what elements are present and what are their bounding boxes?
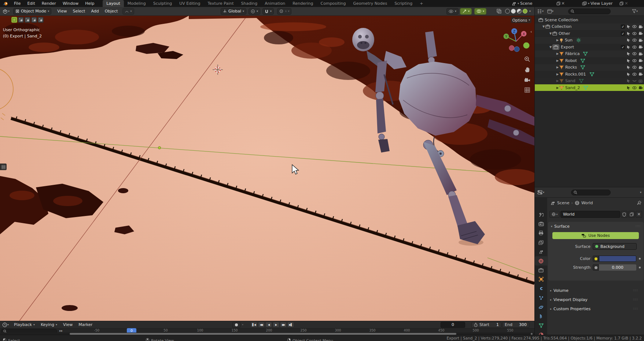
outliner-search-input[interactable] (568, 8, 611, 14)
color-socket-icon[interactable] (593, 256, 599, 262)
editor-type-icon[interactable]: ▾ (0, 9, 12, 14)
outliner-type-icon[interactable]: ▾ (535, 9, 546, 14)
outliner-row-scene-collection[interactable]: Scene Collection (535, 16, 644, 23)
tab-compositing[interactable]: Compositing (317, 0, 350, 7)
hide-eye-closed-icon[interactable] (632, 79, 637, 82)
disclosure-closed-icon[interactable]: ▶ (556, 79, 559, 82)
restrict-select-icon[interactable] (627, 38, 630, 42)
viewport-menu-select[interactable]: Select (70, 9, 88, 14)
viewport-menu-add[interactable]: Add (88, 9, 102, 14)
hide-eye-icon[interactable] (632, 52, 637, 55)
outliner-row-robot[interactable]: ▶Robot (535, 57, 644, 64)
remove-view-layer-icon[interactable]: ✕ (625, 1, 628, 6)
panel-volume[interactable]: ▸Volume∷∷ (550, 287, 642, 294)
select-mode-extend[interactable] (18, 17, 24, 23)
collection-checkbox[interactable]: ✓ (621, 32, 625, 36)
hide-eye-icon[interactable] (632, 66, 637, 69)
properties-tab-modifiers[interactable] (535, 284, 547, 293)
toolbar-grid-icon[interactable] (0, 164, 7, 170)
restrict-select-icon[interactable] (627, 72, 630, 76)
select-mode-invert[interactable] (31, 17, 37, 23)
hide-eye-icon[interactable] (632, 86, 637, 89)
current-frame-field[interactable]: 0 (441, 322, 465, 328)
display-mode-icon[interactable]: ▾ (546, 9, 555, 14)
viewport-menu-object[interactable]: Object (102, 9, 121, 14)
world-name-field[interactable]: World (560, 211, 620, 218)
menu-window[interactable]: Window (59, 0, 82, 7)
panel-grip-icon[interactable]: ∷∷ (633, 298, 638, 301)
menu-edit[interactable]: Edit (24, 0, 38, 7)
view-layer-selector[interactable]: ▾ View Layer ✕ (582, 1, 628, 7)
properties-type-icon[interactable]: ▾ (535, 190, 547, 195)
panel-custom-properties[interactable]: ▸Custom Properties∷∷ (550, 305, 642, 312)
restrict-render-icon[interactable] (639, 32, 643, 35)
options-dropdown[interactable]: Options▾ (511, 17, 531, 23)
scene-selector[interactable]: ▾ Scene ✕ (511, 1, 565, 7)
outliner-row-rocks[interactable]: ▶Rocks (535, 64, 644, 71)
camera-view-icon[interactable] (523, 76, 531, 84)
navigation-gizmo[interactable]: Z X Y (500, 23, 535, 58)
timeline-menu-playback[interactable]: Playback▾ (11, 322, 38, 327)
snap-toggle[interactable]: ▾ (262, 8, 274, 15)
strength-socket-icon[interactable] (593, 264, 599, 271)
color-swatch[interactable] (599, 256, 636, 262)
fake-user-shield-icon[interactable] (621, 211, 628, 218)
disclosure-closed-icon[interactable]: ▶ (556, 73, 559, 76)
restrict-render-icon[interactable] (639, 38, 643, 42)
hide-eye-icon[interactable] (632, 45, 637, 49)
disclosure-closed-icon[interactable]: ▶ (556, 59, 559, 62)
properties-tab-particles[interactable] (535, 293, 547, 302)
auto-keying-record-icon[interactable] (232, 322, 240, 328)
outliner-row-export[interactable]: ▼Export✓ (535, 44, 644, 50)
filter-funnel-icon[interactable]: ▾ (632, 9, 638, 13)
hide-eye-icon[interactable] (632, 25, 637, 28)
proportional-editing-toggle[interactable]: ∧ ▾ (277, 8, 291, 15)
tab-texture-paint[interactable]: Texture Paint (204, 0, 238, 7)
properties-tab-physics[interactable] (535, 302, 547, 312)
keyframe-dot-icon[interactable] (639, 258, 641, 260)
restrict-select-icon[interactable] (627, 65, 630, 69)
hide-eye-icon[interactable] (632, 73, 637, 76)
gizmos-toggle[interactable]: ▾ (460, 8, 472, 15)
gizmo-x-neg-axis[interactable] (509, 45, 514, 51)
zoom-icon[interactable] (523, 55, 531, 63)
properties-tab-object[interactable] (535, 275, 547, 284)
shading-material-preview-icon[interactable] (517, 9, 522, 14)
disclosure-closed-icon[interactable]: ▶ (556, 86, 559, 89)
hide-eye-icon[interactable] (632, 38, 637, 42)
restrict-render-icon[interactable] (639, 86, 643, 89)
panel-viewport-display[interactable]: ▸Viewport Display∷∷ (550, 296, 642, 303)
new-world-copy-icon[interactable] (628, 211, 635, 218)
browse-world-button[interactable]: ▾ (549, 211, 560, 218)
object-visibility-dropdown[interactable]: ▾ (446, 8, 459, 15)
tool-fallback-dropdown[interactable]: ▾ (122, 8, 134, 15)
outliner-row-other[interactable]: ▼Other✓ (535, 30, 644, 37)
pivot-point-dropdown[interactable]: ▾ (249, 8, 260, 15)
collection-checkbox[interactable]: ✓ (621, 25, 625, 29)
tab-animation[interactable]: Animation (261, 0, 289, 7)
play-button[interactable]: ▶ (273, 322, 279, 327)
add-workspace-button[interactable]: + (416, 0, 427, 7)
viewport-canvas[interactable] (0, 16, 534, 321)
timeline-menu-view[interactable]: View (60, 322, 76, 327)
shading-dropdown[interactable]: ▾ (529, 10, 531, 13)
restrict-render-off-icon[interactable] (639, 79, 643, 83)
breadcrumb-world[interactable]: World (581, 201, 593, 205)
panel-grip-icon[interactable]: ∷∷ (636, 224, 641, 228)
timeline-type-icon[interactable]: ▾ (0, 322, 11, 327)
surface-shader-selector[interactable]: Background (593, 243, 637, 250)
shading-wireframe-icon[interactable] (505, 9, 510, 14)
restrict-select-icon[interactable] (627, 45, 630, 49)
sidebar-collapse-arrow[interactable]: ‹ (530, 29, 532, 34)
tab-shading[interactable]: Shading (238, 0, 261, 7)
hide-eye-icon[interactable] (632, 59, 637, 62)
menu-help[interactable]: Help (82, 0, 97, 7)
properties-tab-constraints[interactable] (535, 312, 547, 321)
disclosure-open-icon[interactable]: ▼ (542, 25, 545, 28)
tab-sculpting[interactable]: Sculpting (150, 0, 176, 7)
restrict-select-icon[interactable] (627, 32, 630, 36)
outliner-row-sand-2[interactable]: ▶Sand_2 (535, 84, 644, 91)
restrict-render-icon[interactable] (639, 52, 643, 56)
xray-toggle[interactable] (496, 8, 502, 15)
keyframe-dot-icon[interactable] (639, 267, 641, 268)
